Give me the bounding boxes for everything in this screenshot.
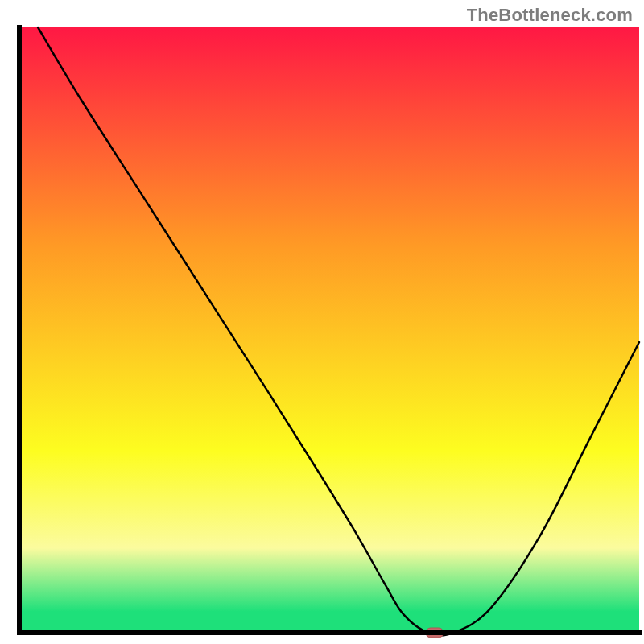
gradient-background bbox=[19, 27, 639, 633]
chart-container: TheBottleneck.com bbox=[0, 0, 644, 644]
plot-area bbox=[19, 27, 639, 638]
bottleneck-chart bbox=[0, 0, 644, 644]
watermark-text: TheBottleneck.com bbox=[467, 5, 633, 26]
